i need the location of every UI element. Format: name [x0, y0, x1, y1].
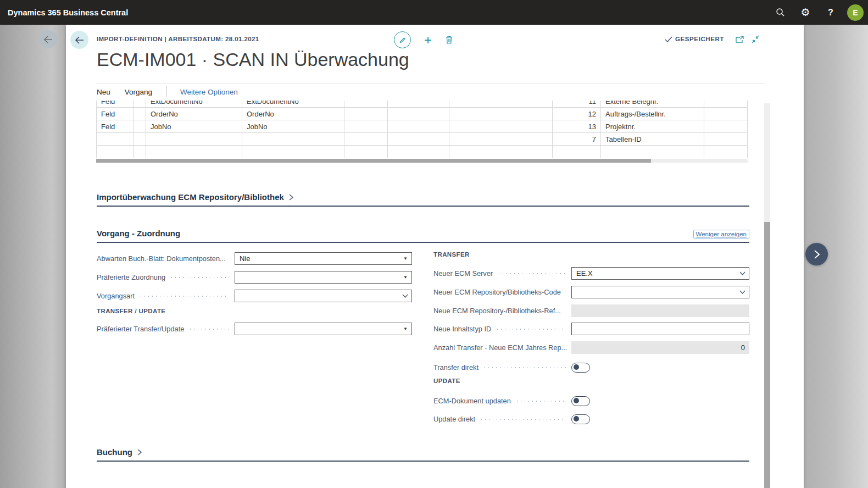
cell[interactable]: [388, 108, 449, 120]
cell[interactable]: [134, 146, 146, 158]
ecm-dokument-updaten-toggle[interactable]: [571, 396, 590, 406]
cell-field-caption[interactable]: Tabellen-ID: [601, 133, 704, 146]
update-direkt-toggle[interactable]: [571, 414, 590, 424]
cell[interactable]: [388, 133, 449, 146]
section-buchung-header[interactable]: Buchung: [97, 447, 749, 461]
delete-trash-icon[interactable]: [445, 35, 453, 45]
cell-source-field[interactable]: OrderNo: [146, 108, 242, 120]
transfer-direkt-toggle[interactable]: [571, 363, 590, 373]
cell[interactable]: [344, 108, 388, 120]
open-in-new-window-icon[interactable]: [735, 36, 744, 43]
field-inhaltstyp-id: Neue Inhaltstyp ID: [433, 323, 749, 335]
cell[interactable]: [344, 133, 388, 146]
cell-type[interactable]: Feld: [97, 120, 134, 133]
cell[interactable]: [449, 108, 553, 120]
field-label: Update direkt: [433, 415, 475, 423]
cell[interactable]: [388, 146, 449, 158]
cell[interactable]: [449, 120, 553, 133]
cell-field-caption[interactable]: [601, 146, 704, 158]
cell[interactable]: [344, 101, 388, 108]
page-title: ECM-IM001 · SCAN IN Überwachung: [97, 49, 409, 70]
horizontal-scrollbar-thumb[interactable]: [96, 159, 651, 163]
chevron-down-icon: [402, 294, 408, 298]
check-icon: [665, 36, 672, 42]
cell[interactable]: [344, 146, 388, 158]
praeferierte-zuordnung-dropdown[interactable]: ▼: [235, 271, 412, 284]
cell-type[interactable]: [97, 133, 134, 146]
cell[interactable]: [344, 120, 388, 133]
back-button[interactable]: [70, 31, 88, 49]
cell-source-field[interactable]: [146, 146, 242, 158]
field-praeferierte-zuordnung: Präferierte Zuordnung ▼: [97, 271, 412, 284]
show-less-link[interactable]: Weniger anzeigen: [693, 230, 750, 239]
cell[interactable]: [704, 146, 748, 158]
cell-field-number[interactable]: [553, 146, 601, 158]
cell-type[interactable]: Feld: [97, 108, 134, 120]
menu-divider: [166, 86, 167, 97]
dotted-leader: [188, 329, 229, 330]
cell[interactable]: [449, 146, 553, 158]
dotted-leader: [565, 310, 566, 312]
vertical-scrollbar-thumb[interactable]: [764, 222, 770, 488]
cell-source-field[interactable]: [146, 133, 242, 146]
cell-target-field[interactable]: [242, 133, 344, 146]
abwarten-dropdown[interactable]: Nie ▼: [235, 252, 412, 265]
cell[interactable]: [704, 101, 748, 108]
section-buchung: Buchung: [97, 447, 749, 462]
menu-item-neu[interactable]: Neu: [97, 88, 110, 96]
cell-type[interactable]: Feld: [97, 101, 134, 108]
breadcrumb[interactable]: IMPORT-DEFINITION | ARBEITSDATUM: 28.01.…: [97, 36, 259, 42]
next-record-button[interactable]: [805, 243, 828, 265]
cell-field-number[interactable]: 13: [553, 120, 601, 133]
table-row: [97, 146, 748, 158]
cell-target-field[interactable]: ExtDocumentNo: [242, 101, 344, 108]
user-avatar[interactable]: E: [847, 4, 864, 21]
neuer-ecm-server-combobox[interactable]: EE.X: [571, 267, 749, 280]
cell-field-number[interactable]: 11: [553, 101, 601, 108]
field-transfer-direkt: Transfer direkt: [433, 361, 590, 374]
cell-target-field[interactable]: [242, 146, 344, 158]
section-heading: Vorgang - Zuordnung: [97, 229, 180, 238]
section-vorgang-header[interactable]: Vorgang - Zuordnung: [97, 229, 749, 242]
cell[interactable]: [704, 108, 748, 120]
cell-source-field[interactable]: JobNo: [146, 120, 242, 133]
cell[interactable]: [134, 120, 146, 133]
collapse-view-icon[interactable]: [751, 35, 760, 43]
cell-field-number[interactable]: 12: [553, 108, 601, 120]
cell-type[interactable]: [97, 146, 134, 158]
table-horizontal-scrollbar[interactable]: [96, 159, 748, 163]
cell[interactable]: [134, 133, 146, 146]
add-icon[interactable]: +: [424, 34, 432, 47]
cell[interactable]: [388, 101, 449, 108]
cell-field-number[interactable]: 7: [553, 133, 601, 146]
cell[interactable]: [449, 101, 553, 108]
vorgangsart-combobox[interactable]: [235, 290, 412, 302]
cell-target-field[interactable]: JobNo: [242, 120, 344, 133]
praeferierter-transfer-dropdown[interactable]: ▼: [235, 323, 412, 335]
search-icon[interactable]: [771, 4, 789, 21]
app-title[interactable]: Dynamics 365 Business Central: [8, 8, 128, 17]
cell-field-caption[interactable]: Auftrags-/Bestellnr.: [601, 108, 704, 120]
cell-field-caption[interactable]: Projektnr.: [601, 120, 704, 133]
cell[interactable]: [134, 108, 146, 120]
cell[interactable]: [704, 133, 748, 146]
menu-item-vorgang[interactable]: Vorgang: [125, 88, 152, 96]
field-label: Neue ECM Repository-/Bibliotheks-Ref...: [433, 307, 561, 315]
help-icon[interactable]: ?: [822, 4, 839, 21]
cell[interactable]: [388, 120, 449, 133]
cell-target-field[interactable]: OrderNo: [242, 108, 344, 120]
inhaltstyp-id-input[interactable]: [571, 323, 749, 335]
repository-code-combobox[interactable]: [571, 286, 749, 298]
settings-gear-icon[interactable]: ⚙: [797, 4, 814, 21]
edit-pencil-icon[interactable]: [394, 31, 411, 48]
cell-source-field[interactable]: ExtDocumentNo: [146, 101, 242, 108]
menu-more-options[interactable]: Weitere Optionen: [180, 88, 238, 96]
cell[interactable]: [134, 101, 146, 108]
cell[interactable]: [704, 120, 748, 133]
cell-field-caption[interactable]: Externe Belegnr.: [601, 101, 704, 108]
section-import-monitor-header[interactable]: Importüberwachung ECM Repository/Bibliot…: [97, 192, 749, 206]
cell[interactable]: [449, 133, 553, 146]
dropdown-value: Nie: [235, 254, 403, 263]
vertical-scrollbar[interactable]: [764, 103, 770, 488]
dotted-leader: [139, 296, 229, 297]
